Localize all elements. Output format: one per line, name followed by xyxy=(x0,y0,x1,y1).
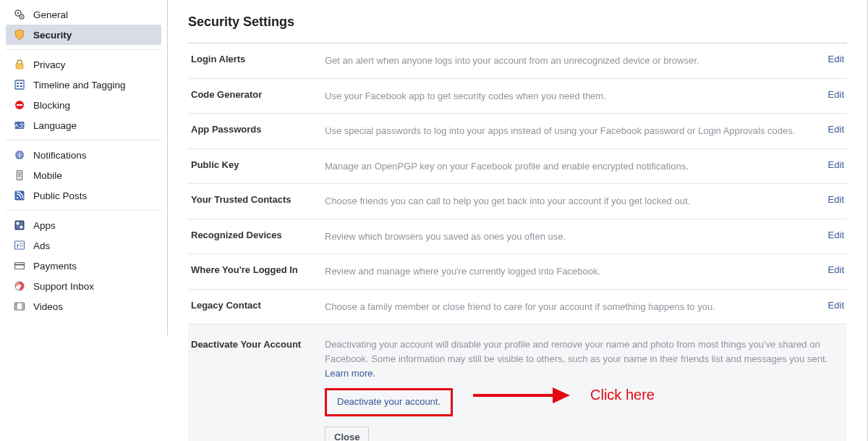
svg-rect-30 xyxy=(15,264,25,266)
arrow-head-icon xyxy=(553,387,570,403)
setting-desc: Choose a family member or close friend t… xyxy=(325,300,815,314)
setting-label: Your Trusted Contacts xyxy=(191,194,325,205)
sidebar-item-label: Apps xyxy=(33,220,56,231)
setting-desc: Get an alert when anyone logs into your … xyxy=(325,54,815,68)
sidebar-item-privacy[interactable]: Privacy xyxy=(6,54,161,75)
sidebar-item-language[interactable]: A文 Language xyxy=(6,115,161,135)
sidebar-group-1: Privacy Timeline and Tagging Blocking A文… xyxy=(6,50,161,140)
setting-desc: Use special passwords to log into your a… xyxy=(325,124,815,138)
setting-row[interactable]: Login AlertsGet an alert when anyone log… xyxy=(188,43,847,79)
sidebar-group-3: Apps f Ads Payments Support Inbox Videos xyxy=(6,211,161,321)
mobile-icon xyxy=(13,169,26,182)
svg-rect-41 xyxy=(23,308,25,308)
setting-action: Edit xyxy=(815,54,844,64)
sidebar-item-label: Videos xyxy=(33,301,63,312)
learn-more-link[interactable]: Learn more. xyxy=(325,368,375,379)
sidebar-item-mobile[interactable]: Mobile xyxy=(6,165,161,185)
support-icon xyxy=(13,280,26,293)
sidebar-item-notifications[interactable]: Notifications xyxy=(6,145,161,165)
setting-desc: Use your Facebook app to get security co… xyxy=(325,89,815,104)
setting-action: Edit xyxy=(815,230,844,240)
arrow-icon xyxy=(473,394,553,397)
setting-row[interactable]: Code GeneratorUse your Facebook app to g… xyxy=(188,79,847,114)
setting-desc: Manage an OpenPGP key on your Facebook p… xyxy=(325,159,815,174)
timeline-icon xyxy=(13,78,26,91)
sidebar-item-security[interactable]: Security xyxy=(6,25,161,45)
svg-rect-36 xyxy=(15,304,17,305)
sidebar-item-support[interactable]: Support Inbox xyxy=(6,276,161,296)
sidebar-item-label: Payments xyxy=(33,261,77,272)
setting-row[interactable]: Legacy ContactChoose a family member or … xyxy=(188,290,847,325)
edit-link[interactable]: Edit xyxy=(828,264,844,275)
sidebar-item-blocking[interactable]: Blocking xyxy=(6,95,161,115)
sidebar-item-label: Ads xyxy=(33,240,50,251)
sidebar-item-videos[interactable]: Videos xyxy=(6,296,161,316)
edit-link[interactable]: Edit xyxy=(828,300,844,311)
svg-rect-11 xyxy=(17,104,22,106)
globe-icon xyxy=(13,148,26,161)
sidebar-item-public-posts[interactable]: Public Posts xyxy=(6,185,161,206)
deactivate-label: Deactivate Your Account xyxy=(191,337,325,350)
edit-link[interactable]: Edit xyxy=(828,159,844,170)
setting-action: Edit xyxy=(815,194,844,205)
edit-link[interactable]: Edit xyxy=(828,54,844,64)
settings-rows: Login AlertsGet an alert when anyone log… xyxy=(188,43,847,324)
close-button[interactable]: Close xyxy=(325,427,369,441)
setting-row[interactable]: App PasswordsUse special passwords to lo… xyxy=(188,114,847,149)
setting-action: Edit xyxy=(815,124,844,135)
setting-row[interactable]: Where You're Logged InReview and manage … xyxy=(188,254,847,290)
setting-desc: Review which browsers you saved as ones … xyxy=(325,230,815,244)
sidebar-item-label: Security xyxy=(33,30,72,41)
sidebar-item-label: Notifications xyxy=(33,150,87,161)
edit-link[interactable]: Edit xyxy=(828,194,844,205)
gears-icon xyxy=(13,8,26,21)
sidebar-group-2: Notifications Mobile Public Posts xyxy=(6,140,161,211)
ads-icon: f xyxy=(13,239,26,252)
sidebar-item-label: General xyxy=(33,9,68,20)
setting-label: Public Key xyxy=(191,159,325,170)
svg-rect-29 xyxy=(15,263,25,269)
svg-rect-28 xyxy=(20,245,23,246)
sidebar-item-label: Timeline and Tagging xyxy=(33,80,126,91)
setting-row[interactable]: Recognized DevicesReview which browsers … xyxy=(188,219,847,255)
setting-row[interactable]: Public KeyManage an OpenPGP key on your … xyxy=(188,149,847,185)
svg-point-1 xyxy=(17,12,20,14)
sidebar-item-apps[interactable]: Apps xyxy=(6,215,161,235)
rss-icon xyxy=(13,189,26,202)
svg-rect-7 xyxy=(17,85,19,87)
lock-icon xyxy=(13,58,26,71)
deactivate-account-link[interactable]: Deactivate your account. xyxy=(337,396,441,407)
svg-rect-24 xyxy=(20,226,23,229)
edit-link[interactable]: Edit xyxy=(828,89,844,100)
deactivate-section: Deactivate Your Account Deactivating you… xyxy=(188,324,847,441)
svg-rect-21 xyxy=(17,222,20,225)
sidebar-item-ads[interactable]: f Ads xyxy=(6,235,161,256)
video-icon xyxy=(13,300,26,313)
svg-point-19 xyxy=(17,197,19,199)
svg-rect-6 xyxy=(17,83,19,84)
edit-link[interactable]: Edit xyxy=(828,230,844,240)
setting-row[interactable]: Your Trusted ContactsChoose friends you … xyxy=(188,184,847,219)
setting-label: Recognized Devices xyxy=(191,230,325,240)
svg-rect-39 xyxy=(23,304,25,305)
setting-desc: Review and manage where you're currently… xyxy=(325,264,815,279)
edit-link[interactable]: Edit xyxy=(828,124,844,135)
svg-rect-37 xyxy=(15,306,17,307)
sidebar-item-payments[interactable]: Payments xyxy=(6,256,161,276)
svg-point-32 xyxy=(18,285,22,288)
apps-icon xyxy=(13,219,26,232)
svg-rect-16 xyxy=(18,172,21,177)
svg-point-3 xyxy=(21,16,22,17)
sidebar-item-label: Blocking xyxy=(33,100,70,111)
settings-main: Security Settings Login AlertsGet an ale… xyxy=(168,0,868,441)
svg-rect-38 xyxy=(15,308,17,308)
svg-rect-5 xyxy=(15,80,24,89)
svg-rect-34 xyxy=(17,303,17,310)
setting-desc: Choose friends you can call to help you … xyxy=(325,194,815,209)
sidebar-item-label: Mobile xyxy=(33,170,62,181)
svg-rect-27 xyxy=(20,243,23,244)
card-icon xyxy=(13,259,26,272)
sidebar-item-timeline[interactable]: Timeline and Tagging xyxy=(6,75,161,95)
setting-action: Edit xyxy=(815,89,844,100)
sidebar-item-general[interactable]: General xyxy=(6,4,161,25)
